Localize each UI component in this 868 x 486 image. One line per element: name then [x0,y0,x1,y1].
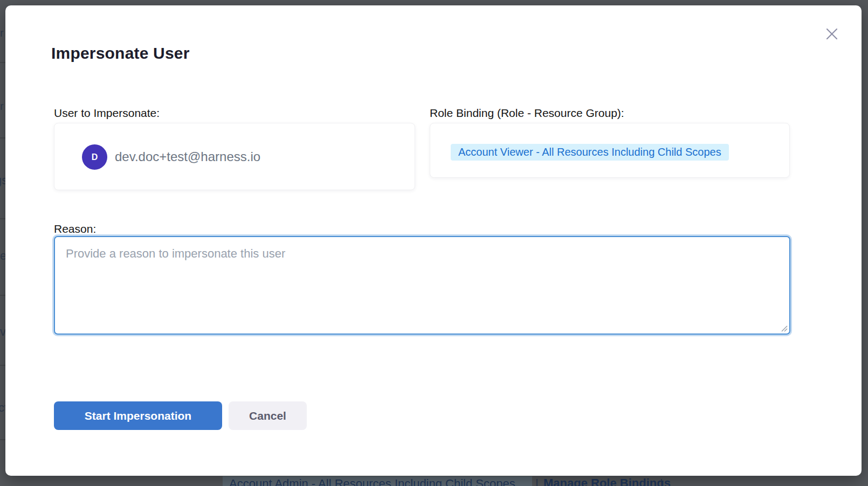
reason-input[interactable] [54,236,790,335]
background-manage-role-bindings-link: Manage Role Bindings [543,476,671,486]
background-separator: | [535,477,539,486]
background-text-fragment: r [0,27,4,39]
role-binding-card: Account Viewer - All Resources Including… [430,123,790,178]
reason-field-wrapper [54,236,790,335]
background-role-bindings-row: Account Admin - All Resources Including … [0,476,868,486]
background-separator: | [660,477,663,486]
user-to-impersonate-label: User to Impersonate: [54,107,160,120]
role-binding-tag: Account Viewer - All Resources Including… [451,144,729,161]
close-icon [823,36,841,44]
dialog-title: Impersonate User [51,44,190,63]
close-button[interactable] [823,25,841,43]
user-avatar: D [82,144,107,170]
impersonate-user-dialog: Impersonate User User to Impersonate: D … [5,5,862,476]
user-card: D dev.doc+test@harness.io [54,123,415,190]
resize-handle-icon[interactable] [780,324,788,332]
background-text-fragment: r [0,100,4,113]
cancel-button[interactable]: Cancel [229,401,307,430]
reason-label: Reason: [54,223,96,235]
background-role-binding-text: Account Admin - All Resources Including … [229,477,515,486]
role-binding-label: Role Binding (Role - Resource Group): [430,107,624,120]
start-impersonation-button[interactable]: Start Impersonation [54,401,222,430]
user-email: dev.doc+test@harness.io [115,149,260,164]
